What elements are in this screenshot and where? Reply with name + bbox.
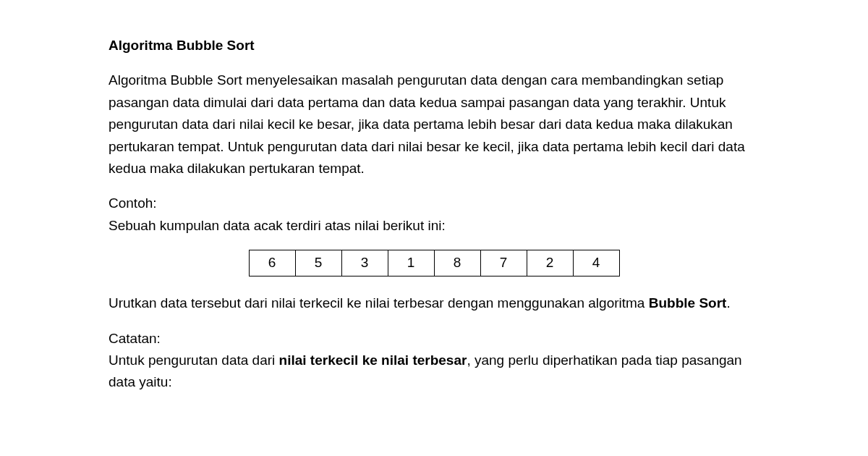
data-table-wrapper: 6 5 3 1 8 7 2 4 bbox=[109, 250, 760, 276]
document-heading: Algoritma Bubble Sort bbox=[109, 35, 760, 56]
note-bold: nilai terkecil ke nilai terbesar bbox=[279, 352, 467, 368]
data-cell: 2 bbox=[527, 250, 573, 276]
example-section: Contoh: Sebuah kumpulan data acak terdir… bbox=[109, 193, 760, 237]
note-text-1: Untuk pengurutan data dari bbox=[109, 352, 279, 368]
data-cell: 5 bbox=[295, 250, 341, 276]
example-text: Sebuah kumpulan data acak terdiri atas n… bbox=[109, 218, 446, 233]
data-cell: 4 bbox=[573, 250, 619, 276]
data-cell: 3 bbox=[341, 250, 388, 276]
data-cell: 1 bbox=[388, 250, 434, 276]
data-table: 6 5 3 1 8 7 2 4 bbox=[249, 250, 620, 276]
data-cell: 6 bbox=[249, 250, 295, 276]
data-cell: 8 bbox=[434, 250, 480, 276]
instruction-paragraph: Urutkan data tersebut dari nilai terkeci… bbox=[109, 292, 760, 314]
table-row: 6 5 3 1 8 7 2 4 bbox=[249, 250, 619, 276]
note-section: Catatan: Untuk pengurutan data dari nila… bbox=[109, 328, 760, 394]
note-label: Catatan: bbox=[109, 331, 161, 346]
data-cell: 7 bbox=[480, 250, 527, 276]
example-label: Contoh: bbox=[109, 195, 157, 211]
instruction-text-2: . bbox=[726, 295, 730, 311]
instruction-text-1: Urutkan data tersebut dari nilai terkeci… bbox=[109, 295, 649, 311]
intro-paragraph: Algoritma Bubble Sort menyelesaikan masa… bbox=[109, 69, 760, 180]
instruction-bold: Bubble Sort bbox=[649, 295, 727, 311]
